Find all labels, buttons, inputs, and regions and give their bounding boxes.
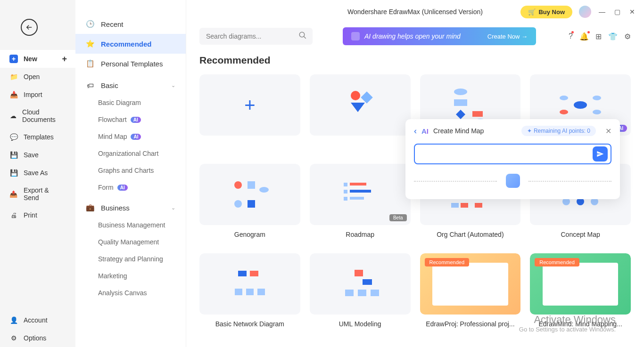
sub-flowchart[interactable]: FlowchartAI bbox=[75, 111, 186, 128]
card-label: UML Modeling bbox=[310, 315, 411, 333]
save-as-icon: 💾 bbox=[9, 169, 18, 177]
card-label: EdrawMind: Mind Mapping... bbox=[530, 315, 631, 333]
menu-save[interactable]: 💾 Save bbox=[0, 146, 75, 164]
help-icon[interactable]: ? bbox=[569, 32, 573, 41]
sub-mind-map[interactable]: Mind MapAI bbox=[75, 128, 186, 145]
card-edrawmind[interactable]: Recommended EdrawMind: Mind Mapping... bbox=[530, 253, 631, 333]
menu-import[interactable]: 📥 Import bbox=[0, 86, 75, 104]
svg-point-4 bbox=[454, 89, 467, 95]
settings-icon[interactable]: ⚙ bbox=[624, 32, 631, 41]
maximize-button[interactable]: ▢ bbox=[613, 8, 621, 16]
card-blank[interactable]: + bbox=[199, 74, 300, 154]
modal-divider bbox=[414, 174, 611, 188]
sub-quality[interactable]: Quality Management bbox=[75, 234, 186, 250]
menu-new[interactable]: + New + bbox=[0, 50, 75, 68]
card-label bbox=[199, 136, 300, 147]
svg-rect-5 bbox=[454, 99, 467, 106]
minimize-button[interactable]: — bbox=[598, 8, 606, 16]
svg-rect-47 bbox=[371, 290, 379, 296]
ai-banner[interactable]: AI drawing helps open your mind Create N… bbox=[343, 27, 536, 45]
sub-basic-diagram[interactable]: Basic Diagram bbox=[75, 94, 186, 111]
templates-icon: 💬 bbox=[9, 133, 18, 141]
card-genogram[interactable]: Genogram bbox=[199, 164, 300, 244]
menu-options[interactable]: ⚙ Options bbox=[0, 329, 75, 347]
export-icon: 📤 bbox=[9, 190, 18, 198]
back-button[interactable] bbox=[21, 19, 38, 36]
buy-now-label: Buy Now bbox=[538, 8, 565, 16]
buy-now-button[interactable]: 🛒 Buy Now bbox=[520, 6, 572, 18]
save-icon: 💾 bbox=[9, 151, 18, 159]
business-icon: 💼 bbox=[86, 203, 94, 212]
sub-strategy[interactable]: Strategy and Planning bbox=[75, 250, 186, 267]
shapes-icon bbox=[337, 86, 384, 124]
sub-analysis[interactable]: Analysis Canvas bbox=[75, 284, 186, 301]
search-input[interactable] bbox=[199, 28, 313, 45]
svg-point-11 bbox=[560, 110, 568, 114]
sub-marketing[interactable]: Marketing bbox=[75, 267, 186, 284]
menu-cloud[interactable]: ☁ Cloud Documents bbox=[0, 104, 75, 128]
card-label bbox=[310, 136, 411, 147]
svg-rect-42 bbox=[257, 289, 265, 295]
ai-points-pill[interactable]: ✦ Remaining AI points: 0 bbox=[521, 126, 596, 136]
menu-save-as[interactable]: 💾 Save As bbox=[0, 164, 75, 182]
sub-biz-mgmt[interactable]: Business Management bbox=[75, 217, 186, 234]
svg-rect-17 bbox=[248, 200, 255, 208]
svg-point-1 bbox=[351, 91, 360, 100]
print-icon: 🖨 bbox=[9, 211, 18, 219]
sub-org-chart[interactable]: Organizational Chart bbox=[75, 145, 186, 162]
user-avatar[interactable] bbox=[579, 6, 591, 18]
sub-form[interactable]: FormAI bbox=[75, 179, 186, 196]
card-roadmap[interactable]: Beta Roadmap bbox=[310, 164, 411, 244]
svg-rect-24 bbox=[350, 197, 364, 200]
ai-input-wrap bbox=[414, 144, 611, 164]
card-edrawproj[interactable]: Recommended EdrawProj: Professional proj… bbox=[420, 253, 521, 333]
shirt-icon[interactable]: 👕 bbox=[608, 32, 618, 41]
bell-icon[interactable]: 🔔 bbox=[579, 32, 589, 41]
menu-print[interactable]: 🖨 Print bbox=[0, 206, 75, 224]
menu-export[interactable]: 📤 Export & Send bbox=[0, 182, 75, 206]
ai-create-modal: ‹ AI Create Mind Map ✦ Remaining AI poin… bbox=[405, 119, 620, 199]
svg-point-13 bbox=[593, 110, 601, 114]
section-business[interactable]: 💼 Business ⌄ bbox=[75, 196, 186, 217]
menu-new-label: New bbox=[24, 55, 37, 63]
nav-personal[interactable]: 📋 Personal Templates bbox=[75, 54, 186, 73]
nav-recent[interactable]: 🕒 Recent bbox=[75, 14, 186, 34]
apps-icon[interactable]: ⊞ bbox=[595, 32, 602, 41]
ai-points-text: Remaining AI points: 0 bbox=[534, 128, 590, 134]
mindmap-icon bbox=[557, 86, 604, 124]
search-icon[interactable] bbox=[298, 31, 307, 41]
menu-print-label: Print bbox=[24, 211, 37, 219]
svg-marker-3 bbox=[351, 103, 365, 112]
svg-rect-19 bbox=[344, 183, 347, 186]
section-basic[interactable]: 🏷 Basic ⌄ bbox=[75, 73, 186, 94]
ai-banner-text: AI drawing helps open your mind bbox=[364, 32, 461, 40]
close-button[interactable]: ✕ bbox=[628, 8, 636, 16]
svg-rect-38 bbox=[238, 271, 247, 276]
modal-close-button[interactable]: ✕ bbox=[605, 127, 611, 136]
send-button[interactable] bbox=[593, 146, 608, 161]
card-network[interactable]: Basic Network Diagram bbox=[199, 253, 300, 333]
star-icon: ⭐ bbox=[86, 40, 94, 48]
recommended-badge: Recommended bbox=[425, 258, 470, 266]
modal-back-button[interactable]: ‹ bbox=[414, 126, 417, 136]
template-grid: + AI Basic Flowchart bbox=[199, 74, 631, 333]
nav-recent-label: Recent bbox=[101, 20, 124, 28]
card-label: Org Chart (Automated) bbox=[420, 225, 521, 244]
menu-account[interactable]: 👤 Account bbox=[0, 311, 75, 329]
sub-graphs[interactable]: Graphs and Charts bbox=[75, 162, 186, 179]
sparkle-icon bbox=[351, 32, 360, 40]
genogram-icon bbox=[226, 176, 273, 213]
card-shapes[interactable] bbox=[310, 74, 411, 154]
menu-open[interactable]: 📁 Open bbox=[0, 68, 75, 86]
menu-templates[interactable]: 💬 Templates bbox=[0, 128, 75, 146]
svg-rect-43 bbox=[355, 270, 363, 276]
nav-recommended[interactable]: ⭐ Recommended bbox=[75, 34, 186, 54]
card-uml[interactable]: UML Modeling bbox=[310, 253, 411, 333]
svg-rect-41 bbox=[246, 289, 254, 295]
menu-options-label: Options bbox=[24, 334, 46, 342]
plus-add-icon[interactable]: + bbox=[62, 54, 67, 64]
cloud-icon: ☁ bbox=[9, 112, 17, 120]
ai-prompt-input[interactable] bbox=[416, 145, 593, 162]
chevron-down-icon: ⌄ bbox=[171, 82, 175, 89]
svg-rect-7 bbox=[472, 111, 483, 117]
